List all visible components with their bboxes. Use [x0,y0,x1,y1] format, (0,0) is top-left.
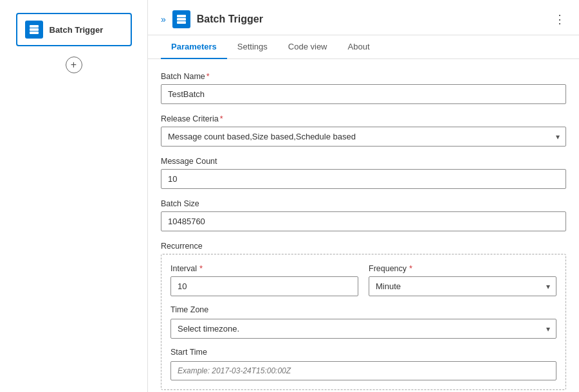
collapse-icon[interactable]: » [161,14,166,24]
message-count-group: Message Count [161,157,566,189]
batch-size-input[interactable] [161,211,566,231]
timezone-select[interactable]: Select timezone. [170,319,556,339]
svg-rect-3 [177,15,186,17]
message-count-input[interactable] [161,169,566,189]
interval-label: Interval [170,264,197,273]
panel-header: » Batch Trigger ⋮ [148,0,579,35]
timezone-select-wrapper: Select timezone. ▾ [170,319,556,339]
interval-col: Interval * [170,263,358,296]
recurrence-box: Interval * Frequency * Minute [161,254,566,390]
panel-title: Batch Trigger [197,13,547,25]
svg-rect-1 [30,28,39,31]
start-time-input[interactable] [170,361,556,380]
batch-name-input[interactable] [161,84,566,104]
timezone-group: Time Zone Select timezone. ▾ [170,305,556,339]
frequency-label: Frequency [369,264,407,273]
interval-label-row: Interval * [170,263,358,273]
tab-about[interactable]: About [338,35,380,59]
batch-size-group: Batch Size [161,199,566,231]
form-content: Batch Name* Release Criteria* Message co… [148,59,579,392]
tab-code-view[interactable]: Code view [278,35,338,59]
frequency-col: Frequency * Minute Hour Day Week Month [369,263,556,296]
svg-rect-0 [30,25,39,28]
tab-settings[interactable]: Settings [227,35,278,59]
release-criteria-select[interactable]: Message count based,Size based,Schedule … [161,127,566,147]
timezone-label: Time Zone [170,305,556,314]
start-time-label: Start Time [170,348,556,357]
header-node-icon [172,10,190,28]
interval-frequency-row: Interval * Frequency * Minute [170,263,556,296]
tab-parameters[interactable]: Parameters [161,35,227,59]
release-criteria-select-wrapper: Message count based,Size based,Schedule … [161,127,566,147]
batch-trigger-node-icon [25,21,43,39]
frequency-select[interactable]: Minute Hour Day Week Month [369,276,556,296]
batch-trigger-node-label: Batch Trigger [50,25,104,35]
recurrence-group: Recurrence Interval * Frequency * [161,242,566,390]
release-criteria-label: Release Criteria* [161,114,566,123]
svg-rect-2 [30,31,39,34]
right-panel: » Batch Trigger ⋮ Parameters Settings Co… [148,0,579,392]
batch-trigger-node[interactable]: Batch Trigger [16,13,132,46]
svg-rect-5 [177,21,186,24]
release-criteria-group: Release Criteria* Message count based,Si… [161,114,566,147]
batch-size-label: Batch Size [161,199,566,208]
recurrence-section-label: Recurrence [161,242,566,251]
tabs-bar: Parameters Settings Code view About [148,35,579,59]
left-panel: Batch Trigger + [0,0,148,392]
svg-rect-4 [177,18,186,21]
start-time-group: Start Time [170,348,556,380]
add-node-button[interactable]: + [66,57,82,73]
batch-name-label: Batch Name* [161,72,566,81]
frequency-select-wrapper: Minute Hour Day Week Month ▾ [369,276,556,296]
batch-name-group: Batch Name* [161,72,566,104]
interval-input[interactable] [170,276,358,296]
message-count-label: Message Count [161,157,566,166]
more-options-icon[interactable]: ⋮ [554,12,566,26]
frequency-label-row: Frequency * [369,263,556,273]
